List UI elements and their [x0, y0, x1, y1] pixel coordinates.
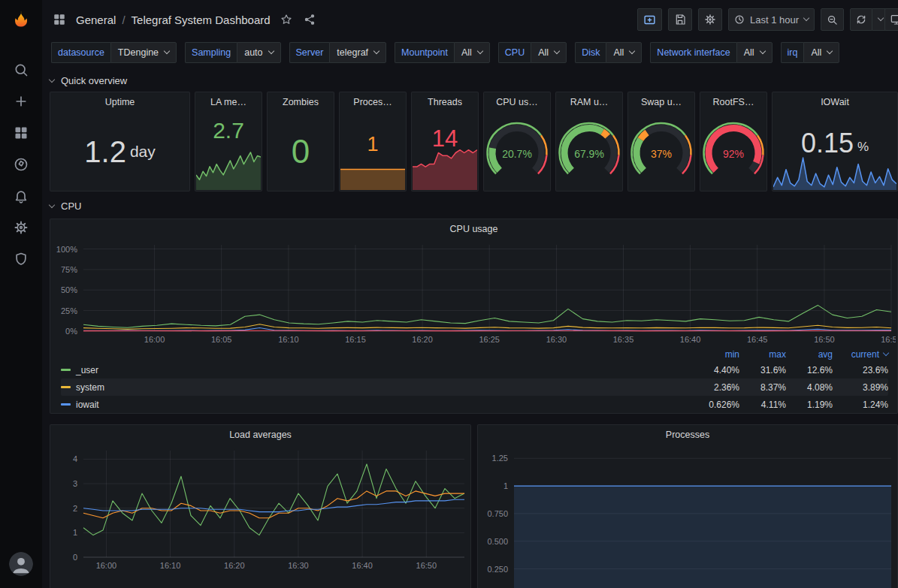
- panel-cpu-usage-gauge: CPU us… 20.7%: [483, 92, 551, 191]
- save-icon: [674, 14, 686, 26]
- search-icon[interactable]: [4, 54, 38, 86]
- stat-value: 2.7: [213, 119, 244, 142]
- legend-series[interactable]: system: [61, 382, 693, 393]
- panel-title[interactable]: CPU us…: [484, 92, 550, 112]
- series-swatch: [61, 369, 71, 371]
- svg-text:92%: 92%: [723, 148, 744, 160]
- variable-label: Disk: [575, 42, 606, 63]
- svg-text:0: 0: [73, 553, 77, 562]
- svg-text:16:50: 16:50: [416, 561, 437, 570]
- panel-title[interactable]: Proces…: [340, 92, 406, 112]
- cpu-legend: min max avg current _user 4.40% 31.6% 12…: [50, 346, 897, 413]
- legend-sort-max[interactable]: max: [739, 349, 786, 360]
- cpu-gauge: 20.7%: [484, 112, 550, 191]
- panel-title[interactable]: IOWait: [773, 92, 897, 112]
- rootfs-gauge: 92%: [700, 112, 766, 191]
- panel-title[interactable]: Threads: [412, 92, 478, 112]
- panel-title[interactable]: Swap u…: [628, 92, 694, 112]
- panel-rootfs-gauge: RootFS… 92%: [700, 92, 767, 191]
- dashboards-icon[interactable]: [4, 117, 38, 149]
- svg-text:16:20: 16:20: [412, 335, 433, 344]
- zoom-out-icon: [827, 14, 838, 26]
- variable-disk: Disk All: [575, 42, 642, 63]
- variable-value: TDengine: [118, 47, 159, 58]
- legend-row: _user 4.40% 31.6% 12.6% 23.6%: [61, 361, 888, 378]
- panel-title[interactable]: RAM u…: [556, 92, 622, 112]
- cycle-view-button[interactable]: [884, 8, 898, 31]
- svg-text:16:10: 16:10: [160, 561, 181, 570]
- chevron-down-icon: [477, 48, 483, 54]
- svg-text:16:05: 16:05: [211, 335, 232, 344]
- zoom-out-time-button[interactable]: [821, 8, 844, 31]
- create-icon[interactable]: [4, 86, 38, 117]
- legend-cell: 4.11%: [739, 400, 786, 410]
- variable-value-dropdown[interactable]: All: [454, 42, 490, 63]
- iowait-sparkline: [773, 155, 896, 190]
- cpu-usage-chart[interactable]: 100%75%50%25%0%16:0016:0516:1016:1516:20…: [52, 239, 896, 346]
- processes-sparkline: [340, 167, 405, 190]
- share-button[interactable]: [302, 12, 317, 27]
- svg-text:100%: 100%: [56, 245, 77, 254]
- refresh-button[interactable]: [850, 8, 872, 31]
- swap-gauge: 37%: [628, 112, 694, 191]
- save-dashboard-button[interactable]: [668, 8, 692, 31]
- star-button[interactable]: [279, 12, 294, 27]
- svg-text:1.25: 1.25: [492, 454, 508, 463]
- load-averages-chart[interactable]: 4321016:0016:1016:2016:3016:4016:50: [52, 445, 469, 572]
- svg-text:4: 4: [73, 454, 77, 463]
- row-quick-overview[interactable]: Quick overview: [50, 71, 898, 90]
- legend-cell: 4.40%: [693, 365, 739, 375]
- variable-value-dropdown[interactable]: telegraf: [329, 42, 386, 63]
- legend-cell: 31.6%: [739, 365, 786, 375]
- dashboard-settings-button[interactable]: [698, 8, 722, 31]
- stat-unit: day: [130, 143, 156, 161]
- row-cpu[interactable]: CPU: [50, 196, 898, 216]
- alerting-icon[interactable]: [4, 180, 38, 212]
- server-admin-icon[interactable]: [4, 243, 38, 275]
- variable-label: Network interface: [650, 42, 736, 63]
- svg-text:16:00: 16:00: [144, 335, 165, 344]
- grafana-logo[interactable]: [8, 8, 34, 35]
- svg-text:0.750: 0.750: [487, 509, 508, 518]
- add-panel-button[interactable]: [637, 8, 662, 31]
- legend-sort-min[interactable]: min: [693, 349, 739, 360]
- gear-icon: [704, 14, 716, 26]
- svg-text:16:55: 16:55: [881, 335, 896, 344]
- variable-value-dropdown[interactable]: All: [803, 42, 839, 63]
- breadcrumb-section[interactable]: General: [76, 14, 116, 26]
- panel-title[interactable]: Zombies: [268, 92, 334, 112]
- panel-title[interactable]: CPU usage: [50, 219, 897, 239]
- time-range-picker[interactable]: Last 1 hour: [728, 8, 815, 31]
- panel-title[interactable]: LA me…: [195, 92, 262, 112]
- svg-text:2: 2: [73, 504, 77, 513]
- processes-chart[interactable]: 1.2510.7500.5000.250: [479, 445, 896, 588]
- panel-load-averages: Load averages 4321016:0016:1016:2016:301…: [50, 424, 471, 588]
- legend-cell: 4.08%: [786, 382, 833, 393]
- svg-text:16:35: 16:35: [613, 335, 634, 344]
- variable-value-dropdown[interactable]: All: [736, 42, 773, 63]
- panel-title[interactable]: RootFS…: [700, 92, 766, 112]
- variable-value-dropdown[interactable]: All: [531, 42, 567, 63]
- variable-value: All: [613, 47, 624, 58]
- stats-row: Uptime 1.2 day LA me… 2.7 Zombies 0: [50, 92, 898, 191]
- legend-series[interactable]: _user: [61, 365, 693, 375]
- variable-value-dropdown[interactable]: All: [606, 42, 642, 63]
- grafana-flame-icon: [10, 9, 32, 33]
- variable-value: All: [538, 47, 549, 58]
- refresh-icon: [856, 14, 866, 25]
- variable-value-dropdown[interactable]: auto: [237, 42, 280, 63]
- user-avatar[interactable]: [9, 552, 33, 576]
- legend-sort-current[interactable]: current: [833, 349, 888, 360]
- legend-series[interactable]: iowait: [61, 400, 693, 410]
- legend-sort-avg[interactable]: avg: [786, 349, 833, 360]
- variable-label: Server: [289, 42, 330, 63]
- variable-value-dropdown[interactable]: TDengine: [110, 42, 177, 63]
- configuration-icon[interactable]: [4, 212, 38, 243]
- legend-cell: 0.626%: [693, 400, 739, 410]
- panel-title[interactable]: Processes: [478, 425, 897, 445]
- breadcrumb-title[interactable]: Telegraf System Dashboard: [132, 14, 271, 26]
- variable-mountpoint: Mountpoint All: [395, 42, 490, 63]
- panel-title[interactable]: Load averages: [50, 425, 470, 445]
- panel-title[interactable]: Uptime: [50, 92, 189, 112]
- explore-icon[interactable]: [4, 149, 38, 180]
